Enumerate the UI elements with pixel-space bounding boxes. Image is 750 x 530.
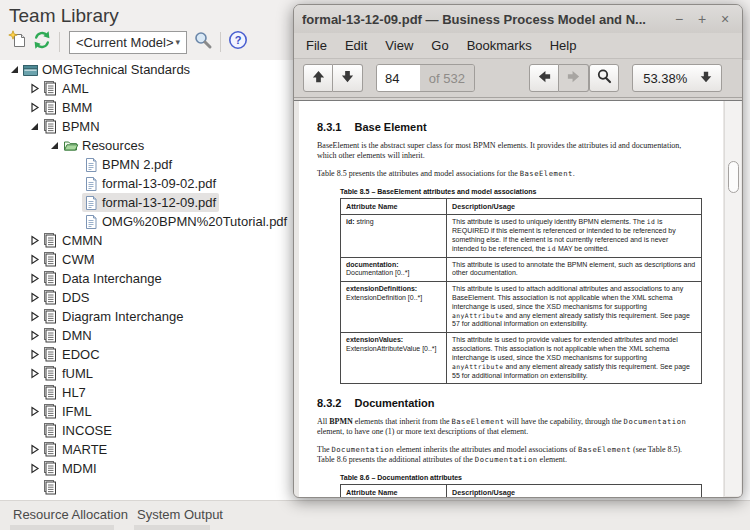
menu-file[interactable]: File (297, 35, 336, 56)
page-number-input[interactable]: 84 (377, 65, 420, 91)
tree-item-label: INCOSE (62, 423, 112, 438)
arrow-down-icon (699, 70, 713, 87)
bottom-tab-resource-allocation[interactable]: Resource Allocation (13, 507, 128, 522)
tree-item-label: DMN (62, 328, 92, 343)
open-folder-icon (62, 137, 79, 154)
tree-collapsed-icon[interactable] (26, 442, 42, 458)
library-icon (42, 99, 59, 116)
tree-item-content[interactable]: INCOSE (42, 421, 115, 440)
menu-help[interactable]: Help (541, 35, 586, 56)
document-icon (82, 213, 99, 230)
bottom-tab-system-output[interactable]: System Output (137, 507, 223, 522)
expander-spacer (66, 195, 82, 211)
new-model-button[interactable] (6, 30, 30, 54)
tree-expanded-icon[interactable] (46, 138, 62, 154)
search-button[interactable] (191, 30, 215, 54)
pdf-titlebar[interactable]: formal-13-12-09.pdf — Business Process M… (294, 5, 742, 33)
tree-collapsed-icon[interactable] (26, 404, 42, 420)
tree-item-content[interactable]: IFML (42, 402, 95, 421)
tree-expanded-icon[interactable] (26, 119, 42, 135)
expander-spacer (66, 157, 82, 173)
close-button[interactable]: × (718, 12, 732, 26)
tree-item-label: DDS (62, 290, 89, 305)
tree-item-content[interactable]: fUML (42, 364, 96, 383)
minimize-button[interactable]: − (672, 12, 686, 26)
document-icon (82, 156, 99, 173)
tree-collapsed-icon[interactable] (26, 252, 42, 268)
menu-view[interactable]: View (376, 35, 422, 56)
vertical-scrollbar[interactable] (724, 101, 741, 496)
tree-collapsed-icon[interactable] (26, 81, 42, 97)
page-number-widget: 84 of 532 (376, 64, 475, 92)
magnifier-icon (596, 68, 612, 88)
tree-item-content[interactable]: BPMN (42, 117, 103, 136)
library-icon (42, 118, 59, 135)
tree-item-label: IFML (62, 404, 92, 419)
library-icon (42, 308, 59, 325)
tree-item-content[interactable]: formal-13-09-02.pdf (82, 174, 219, 193)
tree-item-label: Resources (82, 138, 144, 153)
tree-collapsed-icon[interactable] (26, 271, 42, 287)
model-selector-value: <Current Model> (76, 35, 174, 50)
tree-item-label: CWM (62, 252, 95, 267)
tree-collapsed-icon[interactable] (26, 100, 42, 116)
tree-item-content[interactable]: CMMN (42, 231, 105, 250)
zoom-level-dropdown[interactable]: 53.38% (632, 64, 722, 92)
scrollbar-thumb[interactable] (728, 161, 739, 193)
tree-item-content[interactable]: BMM (42, 98, 95, 117)
menu-bookmarks[interactable]: Bookmarks (458, 35, 541, 56)
tree-item-content[interactable]: OMG%20BPMN%20Tutorial.pdf (82, 212, 290, 231)
menu-edit[interactable]: Edit (336, 35, 376, 56)
expander-spacer (26, 480, 42, 496)
tree-collapsed-icon[interactable] (26, 366, 42, 382)
help-button[interactable]: ? (226, 30, 250, 54)
library-icon (42, 460, 59, 477)
menu-go[interactable]: Go (422, 35, 457, 56)
history-forward-button[interactable] (559, 64, 589, 92)
tree-item-content[interactable]: BPMN 2.pdf (82, 155, 175, 174)
tree-collapsed-icon[interactable] (26, 290, 42, 306)
tree-item-content[interactable]: EDOC (42, 345, 103, 364)
tree-collapsed-icon[interactable] (26, 233, 42, 249)
doc-cell-description: This attribute is used to annotate the B… (447, 257, 702, 282)
doc-paragraph: Table 8.5 presents the attributes and mo… (317, 169, 701, 179)
doc-section-title: Documentation (354, 397, 434, 409)
tree-item-content[interactable]: DMN (42, 326, 95, 345)
tree-collapsed-icon[interactable] (26, 461, 42, 477)
expander-spacer (26, 423, 42, 439)
tree-item-content[interactable]: CWM (42, 250, 98, 269)
tree-item-content[interactable]: Resources (62, 136, 147, 155)
library-icon (42, 422, 59, 439)
tree-item-content[interactable]: AML (42, 79, 92, 98)
tree-item-content[interactable] (42, 478, 65, 497)
tree-item-content[interactable]: OMGTechnical Standards (22, 60, 193, 79)
maximize-button[interactable]: + (695, 12, 709, 26)
refresh-button[interactable] (30, 30, 54, 54)
doc-table-row: id: stringThis attribute is used to uniq… (341, 215, 702, 257)
next-page-button[interactable] (333, 64, 363, 92)
tree-collapsed-icon[interactable] (26, 347, 42, 363)
tree-expanded-icon[interactable] (6, 62, 22, 78)
history-back-button[interactable] (529, 64, 559, 92)
tree-collapsed-icon[interactable] (26, 328, 42, 344)
expander-spacer (66, 176, 82, 192)
pdf-window-title: formal-13-12-09.pdf — Business Process M… (302, 12, 672, 27)
find-button[interactable] (589, 64, 619, 92)
model-selector[interactable]: <Current Model> ▾ (69, 31, 187, 54)
tree-item-label: BPMN (62, 119, 100, 134)
tree-item-content[interactable]: MARTE (42, 440, 110, 459)
doc-table-row: documentation:Documentation [0..*]This a… (341, 257, 702, 282)
new-model-icon (8, 30, 28, 54)
tree-item-content[interactable]: MDMI (42, 459, 100, 478)
tree-item-content[interactable]: formal-13-12-09.pdf (82, 193, 219, 212)
svg-text:?: ? (235, 34, 242, 46)
doc-attribute-table: Attribute NameDescription/Usagetext: str… (340, 484, 702, 497)
tree-collapsed-icon[interactable] (26, 309, 42, 325)
tree-item-content[interactable]: Diagram Interchange (42, 307, 186, 326)
tree-item-content[interactable]: Data Interchange (42, 269, 165, 288)
tree-item-content[interactable]: DDS (42, 288, 92, 307)
tree-item-content[interactable]: HL7 (42, 383, 89, 402)
doc-cell-attribute-name: extensionValues:ExtensionAttributeValue … (341, 333, 447, 384)
previous-page-button[interactable] (303, 64, 333, 92)
arrow-up-icon (311, 69, 326, 88)
